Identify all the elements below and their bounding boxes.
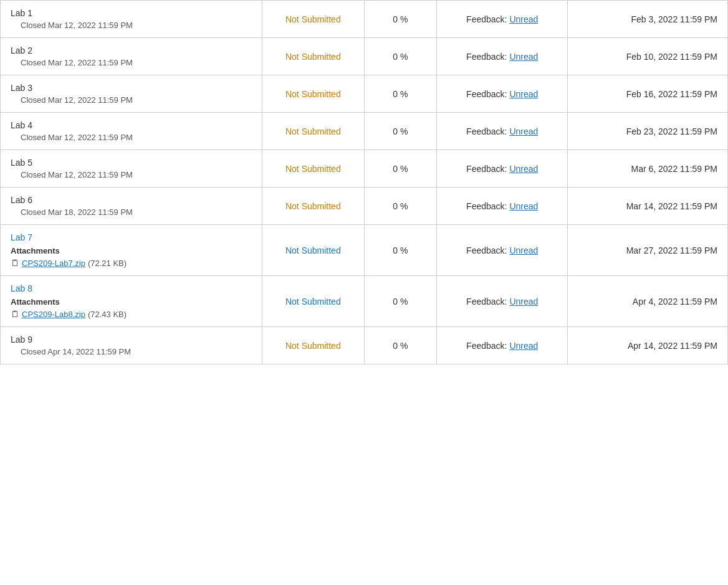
grade-text-4: 0 % bbox=[393, 126, 408, 136]
lab-name-cell-4: Lab 4Closed Mar 12, 2022 11:59 PM bbox=[1, 113, 262, 150]
due-date-text-1: Feb 3, 2022 11:59 PM bbox=[631, 14, 717, 24]
attachment-link-7-1[interactable]: CPS209-Lab7.zip bbox=[22, 259, 85, 268]
status-cell-5: Not Submitted bbox=[262, 150, 364, 188]
attachment-item-7-1: 🗒CPS209-Lab7.zip(72.21 KB) bbox=[11, 258, 252, 268]
labs-table: Lab 1Closed Mar 12, 2022 11:59 PMNot Sub… bbox=[0, 0, 728, 364]
file-icon: 🗒 bbox=[11, 309, 19, 319]
feedback-label-9: Feedback: Unread bbox=[466, 341, 538, 351]
grade-cell-6: 0 % bbox=[364, 188, 437, 225]
grade-cell-5: 0 % bbox=[364, 150, 437, 188]
feedback-link-3[interactable]: Unread bbox=[509, 89, 538, 99]
due-date-text-5: Mar 6, 2022 11:59 PM bbox=[631, 164, 717, 174]
lab-name-cell-9: Lab 9Closed Apr 14, 2022 11:59 PM bbox=[1, 327, 262, 364]
lab-name-cell-2: Lab 2Closed Mar 12, 2022 11:59 PM bbox=[1, 38, 262, 75]
closed-date-2: Closed Mar 12, 2022 11:59 PM bbox=[11, 58, 252, 67]
table-row: Lab 8Attachments🗒CPS209-Lab8.zip(72.43 K… bbox=[1, 276, 728, 327]
lab-name-6: Lab 6 bbox=[11, 195, 252, 205]
status-text-5: Not Submitted bbox=[285, 164, 341, 174]
attachments-label: Attachments bbox=[11, 246, 252, 255]
attachments-label: Attachments bbox=[11, 297, 252, 307]
status-text-2: Not Submitted bbox=[285, 52, 341, 62]
feedback-link-2[interactable]: Unread bbox=[509, 52, 538, 62]
table-row: Lab 4Closed Mar 12, 2022 11:59 PMNot Sub… bbox=[1, 113, 728, 150]
status-text-4: Not Submitted bbox=[285, 126, 341, 136]
feedback-link-8[interactable]: Unread bbox=[509, 297, 538, 307]
closed-date-6: Closed Mar 18, 2022 11:59 PM bbox=[11, 207, 252, 217]
due-date-text-4: Feb 23, 2022 11:59 PM bbox=[626, 126, 717, 136]
attachment-size-7-1: (72.21 KB) bbox=[88, 259, 127, 268]
grade-text-8: 0 % bbox=[393, 297, 408, 307]
lab-name-9: Lab 9 bbox=[11, 335, 252, 345]
status-cell-8: Not Submitted bbox=[262, 276, 364, 327]
table-row: Lab 7Attachments🗒CPS209-Lab7.zip(72.21 K… bbox=[1, 225, 728, 276]
lab-name-3: Lab 3 bbox=[11, 83, 252, 93]
file-icon: 🗒 bbox=[11, 258, 19, 268]
table-row: Lab 2Closed Mar 12, 2022 11:59 PMNot Sub… bbox=[1, 38, 728, 75]
feedback-link-1[interactable]: Unread bbox=[509, 14, 538, 24]
feedback-link-7[interactable]: Unread bbox=[509, 245, 538, 255]
grade-text-7: 0 % bbox=[393, 245, 408, 255]
grade-text-3: 0 % bbox=[393, 89, 408, 99]
attachment-size-8-1: (72.43 KB) bbox=[88, 310, 127, 319]
due-date-cell-5: Mar 6, 2022 11:59 PM bbox=[568, 150, 728, 188]
grade-text-2: 0 % bbox=[393, 52, 408, 62]
feedback-label-6: Feedback: Unread bbox=[466, 201, 538, 211]
due-date-cell-1: Feb 3, 2022 11:59 PM bbox=[568, 1, 728, 38]
lab-name-cell-3: Lab 3Closed Mar 12, 2022 11:59 PM bbox=[1, 75, 262, 113]
grade-cell-9: 0 % bbox=[364, 327, 437, 364]
due-date-text-2: Feb 10, 2022 11:59 PM bbox=[626, 52, 717, 62]
status-cell-9: Not Submitted bbox=[262, 327, 364, 364]
feedback-cell-9: Feedback: Unread bbox=[437, 327, 568, 364]
feedback-label-4: Feedback: Unread bbox=[466, 126, 538, 136]
lab-name-4: Lab 4 bbox=[11, 120, 252, 130]
closed-date-3: Closed Mar 12, 2022 11:59 PM bbox=[11, 95, 252, 105]
due-date-cell-3: Feb 16, 2022 11:59 PM bbox=[568, 75, 728, 113]
due-date-cell-4: Feb 23, 2022 11:59 PM bbox=[568, 113, 728, 150]
closed-date-5: Closed Mar 12, 2022 11:59 PM bbox=[11, 170, 252, 179]
grade-text-9: 0 % bbox=[393, 341, 408, 351]
feedback-label-3: Feedback: Unread bbox=[466, 89, 538, 99]
status-cell-6: Not Submitted bbox=[262, 188, 364, 225]
feedback-cell-7: Feedback: Unread bbox=[437, 225, 568, 276]
attachment-item-8-1: 🗒CPS209-Lab8.zip(72.43 KB) bbox=[11, 309, 252, 319]
feedback-cell-8: Feedback: Unread bbox=[437, 276, 568, 327]
grade-cell-4: 0 % bbox=[364, 113, 437, 150]
due-date-cell-7: Mar 27, 2022 11:59 PM bbox=[568, 225, 728, 276]
grade-cell-2: 0 % bbox=[364, 38, 437, 75]
status-cell-1: Not Submitted bbox=[262, 1, 364, 38]
table-row: Lab 6Closed Mar 18, 2022 11:59 PMNot Sub… bbox=[1, 188, 728, 225]
table-row: Lab 3Closed Mar 12, 2022 11:59 PMNot Sub… bbox=[1, 75, 728, 113]
lab-name-cell-1: Lab 1Closed Mar 12, 2022 11:59 PM bbox=[1, 1, 262, 38]
feedback-label-1: Feedback: Unread bbox=[466, 14, 538, 24]
feedback-label-7: Feedback: Unread bbox=[466, 245, 538, 255]
grade-cell-1: 0 % bbox=[364, 1, 437, 38]
feedback-cell-2: Feedback: Unread bbox=[437, 38, 568, 75]
lab-name-cell-7: Lab 7Attachments🗒CPS209-Lab7.zip(72.21 K… bbox=[1, 225, 262, 276]
lab-name-5: Lab 5 bbox=[11, 158, 252, 168]
status-cell-3: Not Submitted bbox=[262, 75, 364, 113]
lab-name-8[interactable]: Lab 8 bbox=[11, 283, 252, 293]
due-date-text-3: Feb 16, 2022 11:59 PM bbox=[626, 89, 717, 99]
table-row: Lab 1Closed Mar 12, 2022 11:59 PMNot Sub… bbox=[1, 1, 728, 38]
status-cell-4: Not Submitted bbox=[262, 113, 364, 150]
grade-cell-3: 0 % bbox=[364, 75, 437, 113]
feedback-link-4[interactable]: Unread bbox=[509, 126, 538, 136]
due-date-text-8: Apr 4, 2022 11:59 PM bbox=[633, 297, 717, 307]
status-cell-7: Not Submitted bbox=[262, 225, 364, 276]
lab-name-7[interactable]: Lab 7 bbox=[11, 232, 252, 242]
feedback-link-6[interactable]: Unread bbox=[509, 201, 538, 211]
due-date-text-6: Mar 14, 2022 11:59 PM bbox=[626, 201, 717, 211]
due-date-text-7: Mar 27, 2022 11:59 PM bbox=[626, 245, 717, 255]
status-text-1: Not Submitted bbox=[285, 14, 341, 24]
lab-name-1: Lab 1 bbox=[11, 8, 252, 18]
feedback-link-9[interactable]: Unread bbox=[509, 341, 538, 351]
status-text-7[interactable]: Not Submitted bbox=[285, 245, 341, 255]
status-text-3: Not Submitted bbox=[285, 89, 341, 99]
status-text-8[interactable]: Not Submitted bbox=[285, 297, 341, 307]
attachment-link-8-1[interactable]: CPS209-Lab8.zip bbox=[22, 310, 85, 319]
due-date-cell-8: Apr 4, 2022 11:59 PM bbox=[568, 276, 728, 327]
grade-text-1: 0 % bbox=[393, 14, 408, 24]
status-text-6: Not Submitted bbox=[285, 201, 341, 211]
feedback-link-5[interactable]: Unread bbox=[509, 164, 538, 174]
lab-name-cell-6: Lab 6Closed Mar 18, 2022 11:59 PM bbox=[1, 188, 262, 225]
